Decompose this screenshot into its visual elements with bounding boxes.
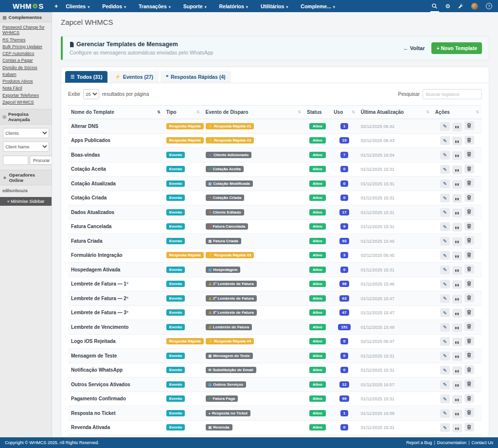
column-header[interactable]: Status xyxy=(304,106,331,119)
menu-item-1[interactable]: Pedidos xyxy=(102,3,126,9)
edit-button[interactable]: ✎ xyxy=(440,251,450,260)
pause-button[interactable]: ▮▮ xyxy=(452,280,462,289)
sidebar-addon-link[interactable]: Kabam xyxy=(2,72,49,77)
pause-button[interactable]: ▮▮ xyxy=(452,295,462,304)
sidebar-addon-link[interactable]: Divisão de Sócios xyxy=(2,65,49,71)
sidebar-addon-link[interactable]: Bulk Pricing Updater xyxy=(2,44,49,50)
search-type-select[interactable]: Clients xyxy=(3,128,49,138)
menu-item-0[interactable]: Clientes xyxy=(66,3,89,9)
pause-button[interactable]: ▮▮ xyxy=(452,194,462,203)
tab-1[interactable]: ⚡Eventos (27) xyxy=(109,71,159,83)
pause-button[interactable]: ▮▮ xyxy=(452,410,462,418)
sidebar-addon-link[interactable]: RS Themes xyxy=(2,37,49,43)
pause-button[interactable]: ▮▮ xyxy=(452,309,462,318)
delete-button[interactable] xyxy=(464,293,474,302)
pause-button[interactable]: ▮▮ xyxy=(452,123,462,131)
minimise-sidebar-button[interactable]: « Minimise Sidebar xyxy=(0,197,52,206)
pause-button[interactable]: ▮▮ xyxy=(452,223,462,232)
page-length-select[interactable]: 25 xyxy=(83,89,99,99)
table-search-input[interactable] xyxy=(423,89,482,99)
pause-button[interactable]: ▮▮ xyxy=(452,338,462,346)
sidebar-addon-link[interactable]: Contas a Pagar xyxy=(2,58,49,63)
delete-button[interactable] xyxy=(464,136,474,144)
footer-link[interactable]: Contact Us xyxy=(471,440,493,445)
pause-button[interactable]: ▮▮ xyxy=(452,266,462,275)
menu-item-5[interactable]: Utilitários xyxy=(261,3,288,9)
edit-button[interactable]: ✎ xyxy=(440,222,450,231)
pause-button[interactable]: ▮▮ xyxy=(452,381,462,390)
novo-template-button[interactable]: + Novo Template xyxy=(431,42,482,54)
delete-button[interactable] xyxy=(464,251,474,259)
search-field-select[interactable]: Client Name xyxy=(3,142,49,152)
column-header[interactable]: Evento de Disparo⇅ xyxy=(203,106,304,119)
delete-button[interactable] xyxy=(464,423,474,431)
column-header[interactable]: Tipo⇅ xyxy=(163,106,203,119)
delete-button[interactable] xyxy=(464,164,474,173)
delete-button[interactable] xyxy=(464,365,474,374)
pause-button[interactable]: ▮▮ xyxy=(452,352,462,361)
edit-button[interactable]: ✎ xyxy=(440,409,450,418)
pause-button[interactable]: ▮▮ xyxy=(452,209,462,217)
edit-button[interactable]: ✎ xyxy=(440,179,450,188)
edit-button[interactable]: ✎ xyxy=(440,423,450,432)
delete-button[interactable] xyxy=(464,222,474,231)
sidebar-addon-link[interactable]: Nota Fácil xyxy=(2,86,49,91)
delete-button[interactable] xyxy=(464,193,474,202)
voltar-link[interactable]: ← Voltar xyxy=(403,45,425,51)
menu-item-3[interactable]: Suporte xyxy=(183,3,207,9)
edit-button[interactable]: ✎ xyxy=(440,122,450,131)
search-icon[interactable] xyxy=(432,3,437,9)
sort-icon[interactable]: ⇅ xyxy=(157,110,160,114)
sidebar-addon-link[interactable]: Produtos Ativos xyxy=(2,79,49,84)
edit-button[interactable]: ✎ xyxy=(440,394,450,403)
menu-item-4[interactable]: Relatórios xyxy=(219,3,248,9)
delete-button[interactable] xyxy=(464,308,474,317)
delete-button[interactable] xyxy=(464,394,474,403)
sidebar-addon-link[interactable]: Zapcel WHMCS xyxy=(2,100,49,105)
sidebar-addon-link[interactable]: CEP Automático xyxy=(2,51,49,56)
edit-button[interactable]: ✎ xyxy=(440,208,450,217)
procurar-button[interactable]: Procurar xyxy=(30,156,52,165)
sidebar-addon-link[interactable]: Password Change for WHMCS xyxy=(2,25,49,36)
pause-button[interactable]: ▮▮ xyxy=(452,137,462,145)
menu-item-6[interactable]: Compleme... xyxy=(301,3,335,9)
delete-button[interactable] xyxy=(464,379,474,388)
sort-icon[interactable]: ⇅ xyxy=(196,110,200,114)
edit-button[interactable]: ✎ xyxy=(440,237,450,246)
whmcs-logo[interactable]: WHM⚙S xyxy=(13,2,44,10)
sort-icon[interactable]: ⇅ xyxy=(426,110,429,114)
automation-gears-icon[interactable]: ⚙ xyxy=(445,3,450,10)
delete-button[interactable] xyxy=(464,265,474,273)
column-header[interactable]: Uso⇅ xyxy=(331,106,357,119)
pause-button[interactable]: ▮▮ xyxy=(452,165,462,174)
column-header[interactable]: Última Atualização⇅ xyxy=(358,106,432,119)
sort-icon[interactable]: ⇅ xyxy=(476,110,479,114)
help-icon[interactable]: ? xyxy=(486,3,492,9)
column-header[interactable]: Nome do Template⇅ xyxy=(68,106,163,119)
pause-button[interactable]: ▮▮ xyxy=(452,366,462,375)
pause-button[interactable]: ▮▮ xyxy=(452,395,462,404)
pause-button[interactable]: ▮▮ xyxy=(452,151,462,160)
edit-button[interactable]: ✎ xyxy=(440,323,450,332)
user-avatar[interactable] xyxy=(471,3,478,10)
wrench-icon[interactable] xyxy=(458,3,463,9)
sort-icon[interactable]: ⇅ xyxy=(298,110,301,114)
delete-button[interactable] xyxy=(464,408,474,417)
pause-button[interactable]: ▮▮ xyxy=(452,237,462,246)
footer-link[interactable]: Documentation xyxy=(437,440,467,445)
edit-button[interactable]: ✎ xyxy=(440,136,450,145)
edit-button[interactable]: ✎ xyxy=(440,366,450,375)
delete-button[interactable] xyxy=(464,351,474,359)
tab-2[interactable]: ❝Respostas Rápidas (4) xyxy=(160,71,231,83)
edit-button[interactable]: ✎ xyxy=(440,337,450,346)
edit-button[interactable]: ✎ xyxy=(440,266,450,274)
pause-button[interactable]: ▮▮ xyxy=(452,424,462,432)
delete-button[interactable] xyxy=(464,337,474,345)
column-header[interactable]: Ações⇅ xyxy=(432,106,482,119)
pause-button[interactable]: ▮▮ xyxy=(452,180,462,189)
footer-link[interactable]: Report a Bug xyxy=(406,440,432,445)
delete-button[interactable] xyxy=(464,207,474,216)
delete-button[interactable] xyxy=(464,322,474,331)
delete-button[interactable] xyxy=(464,236,474,245)
edit-button[interactable]: ✎ xyxy=(440,151,450,160)
